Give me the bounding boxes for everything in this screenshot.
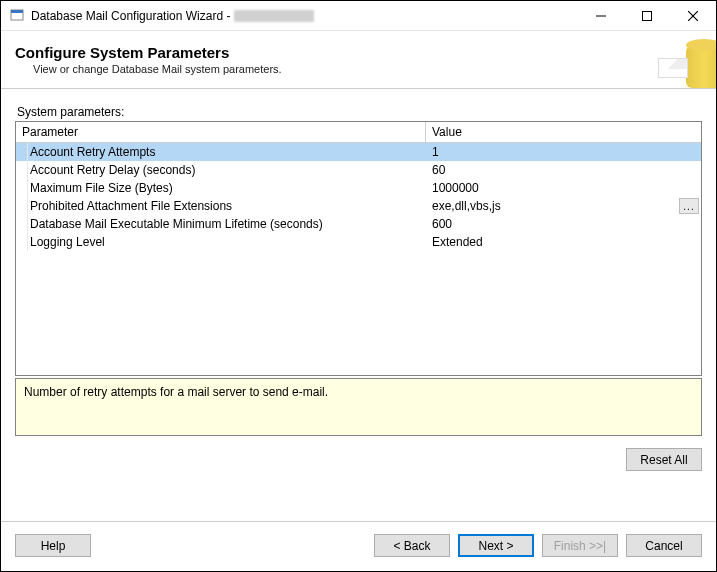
wizard-header: Configure System Parameters View or chan… xyxy=(1,31,716,89)
next-button[interactable]: Next > xyxy=(458,534,534,557)
titlebar: Database Mail Configuration Wizard - xyxy=(1,1,716,31)
table-row[interactable]: Account Retry Delay (seconds)60 xyxy=(16,161,701,179)
finish-button: Finish >>| xyxy=(542,534,618,557)
parameter-cell[interactable]: Account Retry Attempts xyxy=(16,143,426,161)
description-box: Number of retry attempts for a mail serv… xyxy=(15,378,702,436)
grid-body: Account Retry Attempts1Account Retry Del… xyxy=(16,143,701,375)
window-title: Database Mail Configuration Wizard - xyxy=(31,9,578,23)
content-area: System parameters: Parameter Value Accou… xyxy=(1,89,716,521)
table-row[interactable]: Database Mail Executable Minimum Lifetim… xyxy=(16,215,701,233)
column-header-parameter[interactable]: Parameter xyxy=(16,122,426,142)
svg-rect-3 xyxy=(643,11,652,20)
svg-rect-1 xyxy=(11,10,23,13)
maximize-button[interactable] xyxy=(624,1,670,30)
grid-header: Parameter Value xyxy=(16,122,701,143)
cancel-button[interactable]: Cancel xyxy=(626,534,702,557)
close-button[interactable] xyxy=(670,1,716,30)
reset-all-button[interactable]: Reset All xyxy=(626,448,702,471)
parameter-cell[interactable]: Database Mail Executable Minimum Lifetim… xyxy=(16,215,426,233)
value-cell[interactable]: Extended xyxy=(426,233,701,251)
table-row[interactable]: Logging LevelExtended xyxy=(16,233,701,251)
value-cell[interactable]: 1 xyxy=(426,143,701,161)
back-button[interactable]: < Back xyxy=(374,534,450,557)
redacted-server-name xyxy=(234,10,314,22)
parameter-cell[interactable]: Maximum File Size (Bytes) xyxy=(16,179,426,197)
ellipsis-button[interactable]: ... xyxy=(679,198,699,214)
parameter-cell[interactable]: Account Retry Delay (seconds) xyxy=(16,161,426,179)
table-row[interactable]: Account Retry Attempts1 xyxy=(16,143,701,161)
parameter-cell[interactable]: Logging Level xyxy=(16,233,426,251)
column-header-value[interactable]: Value xyxy=(426,122,701,142)
header-graphic-icon xyxy=(656,32,716,88)
wizard-footer: Help < Back Next > Finish >>| Cancel xyxy=(1,521,716,571)
table-row[interactable]: Maximum File Size (Bytes)1000000 xyxy=(16,179,701,197)
parameter-cell[interactable]: Prohibited Attachment File Extensions xyxy=(16,197,426,215)
section-label: System parameters: xyxy=(17,105,702,119)
page-title: Configure System Parameters xyxy=(15,44,656,61)
value-cell[interactable]: 1000000 xyxy=(426,179,701,197)
value-cell[interactable]: exe,dll,vbs,js... xyxy=(426,197,701,215)
app-icon xyxy=(9,8,25,24)
page-subtitle: View or change Database Mail system para… xyxy=(15,63,656,75)
help-button[interactable]: Help xyxy=(15,534,91,557)
table-row[interactable]: Prohibited Attachment File Extensionsexe… xyxy=(16,197,701,215)
value-cell[interactable]: 60 xyxy=(426,161,701,179)
minimize-button[interactable] xyxy=(578,1,624,30)
value-cell[interactable]: 600 xyxy=(426,215,701,233)
parameters-grid[interactable]: Parameter Value Account Retry Attempts1A… xyxy=(15,121,702,376)
window-controls xyxy=(578,1,716,30)
